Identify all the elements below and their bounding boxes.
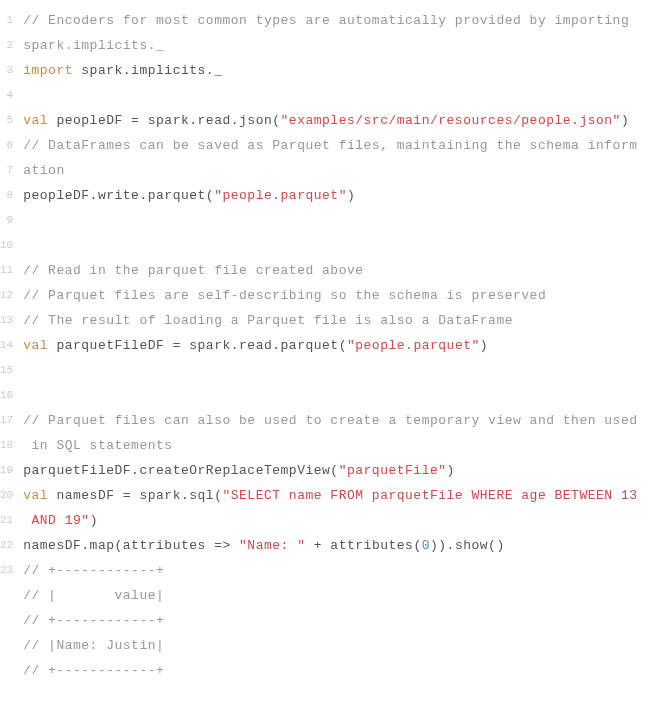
- code-token: + attributes(: [305, 538, 421, 553]
- code-token: // Read in the parquet file created abov…: [23, 263, 363, 278]
- code-line: namesDF.map(attributes => "Name: " + att…: [23, 533, 647, 558]
- line-number: 3: [0, 58, 13, 83]
- code-token: ): [347, 188, 355, 203]
- code-line: in SQL statements: [23, 433, 647, 458]
- code-line: // +------------+: [23, 608, 647, 633]
- line-number: 22: [0, 533, 13, 558]
- line-number: 2: [0, 33, 13, 58]
- code-token: val: [23, 113, 48, 128]
- line-number: 21: [0, 508, 13, 533]
- code-token: ation: [23, 163, 65, 178]
- code-line: // | value|: [23, 583, 647, 608]
- line-number: 8: [0, 183, 13, 208]
- line-number: 23: [0, 558, 13, 583]
- code-token: // +------------+: [23, 663, 164, 678]
- code-token: // +------------+: [23, 613, 164, 628]
- code-token: // |Name: Justin|: [23, 638, 164, 653]
- code-token: "Name: ": [239, 538, 305, 553]
- code-line: ation: [23, 158, 647, 183]
- code-line: import spark.implicits._: [23, 58, 647, 83]
- code-line: // +------------+: [23, 658, 647, 683]
- code-token: spark.implicits._: [73, 63, 222, 78]
- code-line: val parquetFileDF = spark.read.parquet("…: [23, 333, 647, 358]
- code-line: val namesDF = spark.sql("SELECT name FRO…: [23, 483, 647, 508]
- code-token: // +------------+: [23, 563, 164, 578]
- line-number: 9: [0, 208, 13, 233]
- code-token: // The result of loading a Parquet file …: [23, 313, 513, 328]
- code-token: // | value|: [23, 588, 164, 603]
- code-token: val: [23, 338, 48, 353]
- line-number: 18: [0, 433, 13, 458]
- code-line: [23, 208, 647, 233]
- line-number: [0, 608, 13, 633]
- code-line: // Parquet files are self-describing so …: [23, 283, 647, 308]
- line-number: 17: [0, 408, 13, 433]
- code-line: // Read in the parquet file created abov…: [23, 258, 647, 283]
- code-token: namesDF = spark.sql(: [48, 488, 222, 503]
- code-line: [23, 233, 647, 258]
- line-number: 1: [0, 8, 13, 33]
- line-number: [0, 658, 13, 683]
- code-token: // Encoders for most common types are au…: [23, 13, 637, 28]
- line-number: [0, 633, 13, 658]
- code-line: // Parquet files can also be used to cre…: [23, 408, 647, 433]
- line-number: 10: [0, 233, 13, 258]
- code-token: // Parquet files are self-describing so …: [23, 288, 546, 303]
- code-line: // The result of loading a Parquet file …: [23, 308, 647, 333]
- code-line: // |Name: Justin|: [23, 633, 647, 658]
- line-number: 15: [0, 358, 13, 383]
- code-line: spark.implicits._: [23, 33, 647, 58]
- line-number: 7: [0, 158, 13, 183]
- code-line: [23, 383, 647, 408]
- line-number: 12: [0, 283, 13, 308]
- code-token: // Parquet files can also be used to cre…: [23, 413, 637, 428]
- code-token: ): [480, 338, 488, 353]
- code-token: spark.implicits._: [23, 38, 164, 53]
- code-token: parquetFileDF.createOrReplaceTempView(: [23, 463, 338, 478]
- code-token: AND 19": [23, 513, 89, 528]
- code-block: 1234567891011121314151617181920212223 //…: [0, 0, 657, 691]
- code-token: in SQL statements: [23, 438, 172, 453]
- line-number: 6: [0, 133, 13, 158]
- code-token: ): [621, 113, 629, 128]
- line-number: 13: [0, 308, 13, 333]
- code-token: "people.parquet": [214, 188, 347, 203]
- code-line: peopleDF.write.parquet("people.parquet"): [23, 183, 647, 208]
- line-number: 11: [0, 258, 13, 283]
- code-token: namesDF.map(attributes =>: [23, 538, 239, 553]
- line-number-gutter: 1234567891011121314151617181920212223: [0, 8, 23, 683]
- line-number: [0, 583, 13, 608]
- code-token: ): [90, 513, 98, 528]
- code-token: val: [23, 488, 48, 503]
- code-token: ): [447, 463, 455, 478]
- line-number: 5: [0, 108, 13, 133]
- code-token: peopleDF.write.parquet(: [23, 188, 214, 203]
- code-content: // Encoders for most common types are au…: [23, 8, 657, 683]
- code-token: "SELECT name FROM parquetFile WHERE age …: [222, 488, 637, 503]
- code-line: val peopleDF = spark.read.json("examples…: [23, 108, 647, 133]
- line-number: 14: [0, 333, 13, 358]
- code-token: import: [23, 63, 73, 78]
- code-token: "examples/src/main/resources/people.json…: [281, 113, 621, 128]
- code-line: // +------------+: [23, 558, 647, 583]
- line-number: 19: [0, 458, 13, 483]
- code-line: AND 19"): [23, 508, 647, 533]
- code-token: // DataFrames can be saved as Parquet fi…: [23, 138, 637, 153]
- code-token: "people.parquet": [347, 338, 480, 353]
- code-token: "parquetFile": [339, 463, 447, 478]
- code-line: [23, 358, 647, 383]
- code-token: peopleDF = spark.read.json(: [48, 113, 280, 128]
- code-line: // Encoders for most common types are au…: [23, 8, 647, 33]
- line-number: 20: [0, 483, 13, 508]
- line-number: 16: [0, 383, 13, 408]
- code-line: [23, 83, 647, 108]
- line-number: 4: [0, 83, 13, 108]
- code-token: parquetFileDF = spark.read.parquet(: [48, 338, 347, 353]
- code-line: // DataFrames can be saved as Parquet fi…: [23, 133, 647, 158]
- code-line: parquetFileDF.createOrReplaceTempView("p…: [23, 458, 647, 483]
- code-token: 0: [422, 538, 430, 553]
- code-token: )).show(): [430, 538, 505, 553]
